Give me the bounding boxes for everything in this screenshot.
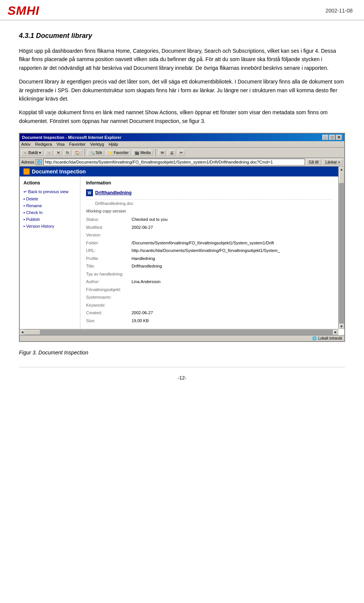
mail-button[interactable]: ✉ bbox=[158, 150, 166, 156]
meta-value-systemnamn bbox=[132, 294, 333, 301]
meta-label-created: Created: bbox=[86, 310, 132, 316]
scroll-down-button[interactable]: ▼ bbox=[339, 324, 344, 329]
meta-value-author: Lina.Andersson bbox=[132, 279, 333, 285]
address-icon: 🌐 bbox=[36, 159, 42, 165]
ie-title-buttons: _ □ ✕ bbox=[322, 135, 342, 140]
doc-metadata: Status: Checked out to you Modified: 200… bbox=[86, 216, 333, 324]
meta-row-modified: Modified: 2002-06-27 bbox=[86, 224, 333, 231]
paragraph-1: Högst upp på dashboarden finns flikarna … bbox=[19, 47, 345, 72]
meta-label-size: Size: bbox=[86, 318, 132, 324]
ie-maximize-button[interactable]: □ bbox=[329, 135, 335, 140]
meta-label-systemnamn: Systemnamn: bbox=[86, 294, 132, 301]
meta-label-status: Status: bbox=[86, 216, 132, 223]
meta-value-forvaltning bbox=[132, 287, 333, 293]
menu-hjalp[interactable]: Hjälp bbox=[108, 142, 118, 146]
menu-visa[interactable]: Visa bbox=[56, 142, 64, 146]
info-heading: Information bbox=[86, 180, 333, 186]
actions-heading: Actions bbox=[24, 180, 76, 186]
back-button[interactable]: ← Bakåt ▾ bbox=[21, 150, 43, 156]
status-network: Lokalt intranät bbox=[318, 336, 342, 340]
ie-minimize-button[interactable]: _ bbox=[322, 135, 328, 140]
page-number: -12- bbox=[19, 367, 345, 386]
print-button[interactable]: 🖨 bbox=[168, 150, 176, 156]
scroll-track[interactable] bbox=[339, 172, 344, 324]
menu-verktyg[interactable]: Verktyg bbox=[90, 142, 104, 146]
scroll-left-button[interactable]: ◄ bbox=[20, 330, 25, 335]
meta-value-keywords bbox=[132, 302, 333, 309]
favorites-button[interactable]: ⭐ Favoriter bbox=[106, 150, 131, 156]
meta-label-modified: Modified: bbox=[86, 224, 132, 231]
meta-label-version: Version: bbox=[86, 232, 132, 238]
status-right: 🌐 Lokalt intranät bbox=[312, 336, 342, 340]
scroll-up-button[interactable]: ▲ bbox=[339, 167, 344, 172]
smhi-logo: SMHI bbox=[8, 4, 39, 18]
version-history-action[interactable]: Version History bbox=[24, 224, 76, 228]
doc-title-row: W Drifthandledning bbox=[86, 189, 333, 200]
links-button[interactable]: Länkar » bbox=[323, 159, 343, 165]
hscroll-track[interactable] bbox=[25, 330, 333, 335]
working-copy-label: Working copy version bbox=[86, 209, 333, 213]
meta-row-author: Author: Lina.Andersson bbox=[86, 279, 333, 285]
home-button[interactable]: 🏠 bbox=[73, 150, 82, 156]
vertical-scrollbar[interactable]: ▲ ▼ bbox=[338, 167, 344, 329]
toolbar-sep-2 bbox=[155, 149, 156, 156]
ie-inner-content: Document Inspection Actions Back to prev… bbox=[20, 167, 344, 335]
meta-value-status: Checked out to you bbox=[132, 216, 333, 223]
meta-value-version bbox=[132, 232, 333, 238]
doc-inspection-title: Document Inspection bbox=[32, 168, 86, 175]
forward-button[interactable]: → bbox=[45, 150, 53, 156]
delete-action[interactable]: Delete bbox=[24, 197, 76, 201]
doc-title-name[interactable]: Drifthandledning bbox=[95, 190, 132, 195]
page-header: SMHI 2002-11-08 bbox=[0, 0, 364, 20]
menu-arkiv[interactable]: Arkiv bbox=[21, 142, 30, 146]
search-button[interactable]: 🔍 Sök bbox=[88, 150, 104, 156]
section-heading: 4.3.1 Document library bbox=[19, 32, 345, 40]
doc-inspection-icon bbox=[24, 168, 30, 175]
horizontal-scrollbar[interactable]: ◄ ► bbox=[20, 329, 338, 335]
meta-row-keywords: Keywords: bbox=[86, 302, 333, 309]
refresh-button[interactable]: ↻ bbox=[64, 150, 71, 156]
meta-row-profile: Profile: Handledning bbox=[86, 255, 333, 262]
ie-close-button[interactable]: ✕ bbox=[336, 135, 342, 140]
word-icon: W bbox=[86, 189, 93, 196]
meta-value-typ bbox=[132, 271, 333, 277]
menu-redigera[interactable]: Redigera bbox=[35, 142, 52, 146]
meta-value-created: 2002-06-27 bbox=[132, 310, 333, 316]
meta-row-created: Created: 2002-06-27 bbox=[86, 310, 333, 316]
hscroll-thumb[interactable] bbox=[25, 330, 40, 335]
figure-caption: Figur 3. Document Inspection bbox=[19, 350, 345, 356]
meta-label-keywords: Keywords: bbox=[86, 302, 132, 309]
meta-value-title: Drifthandledning bbox=[132, 263, 333, 269]
ie-title-bar: Document Inspection - Microsoft Internet… bbox=[20, 134, 344, 141]
meta-row-forvaltning: Förvaltningsobjekt: bbox=[86, 287, 333, 293]
publish-action[interactable]: Publish bbox=[24, 217, 76, 222]
status-icon: 🌐 bbox=[312, 336, 317, 340]
ie-window-title: Document Inspection - Microsoft Internet… bbox=[22, 135, 121, 140]
back-previous-view-action[interactable]: Back to previous view bbox=[24, 189, 76, 194]
info-panel: Information W Drifthandledning Drifthand… bbox=[80, 176, 338, 329]
check-in-action[interactable]: Check In bbox=[24, 210, 76, 215]
scroll-thumb[interactable] bbox=[339, 172, 344, 183]
paragraph-3: Kopplat till varje dokument finns en län… bbox=[19, 108, 345, 125]
go-button[interactable]: Gå till bbox=[306, 159, 322, 165]
meta-label-typ: Typ av handledning: bbox=[86, 271, 132, 277]
address-input[interactable] bbox=[43, 159, 304, 165]
meta-label-url: URL: bbox=[86, 247, 132, 254]
scroll-right-button[interactable]: ► bbox=[333, 330, 338, 335]
address-label: Adress bbox=[21, 160, 34, 164]
media-button[interactable]: 🎬 Media bbox=[132, 150, 153, 156]
meta-label-forvaltning: Förvaltningsobjekt: bbox=[86, 287, 132, 293]
actions-panel: Actions Back to previous view Delete Ren… bbox=[20, 176, 80, 329]
meta-row-title: Title: Drifthandledning bbox=[86, 263, 333, 269]
ie-window: Document Inspection - Microsoft Internet… bbox=[19, 133, 345, 342]
meta-value-profile: Handledning bbox=[132, 255, 333, 262]
edit-button[interactable]: ✏ bbox=[177, 150, 185, 156]
ie-menu-bar: Arkiv Redigera Visa Favoriter Verktyg Hj… bbox=[20, 141, 344, 148]
meta-row-status: Status: Checked out to you bbox=[86, 216, 333, 223]
rename-action[interactable]: Rename bbox=[24, 203, 76, 208]
meta-label-title: Title: bbox=[86, 263, 132, 269]
stop-button[interactable]: ✕ bbox=[55, 150, 62, 156]
menu-favoriter[interactable]: Favoriter bbox=[69, 142, 85, 146]
meta-value-size: 19,00 KB bbox=[132, 318, 333, 324]
ie-toolbar: ← Bakåt ▾ → ✕ ↻ 🏠 🔍 Sök ⭐ Favoriter 🎬 Me… bbox=[20, 148, 344, 158]
